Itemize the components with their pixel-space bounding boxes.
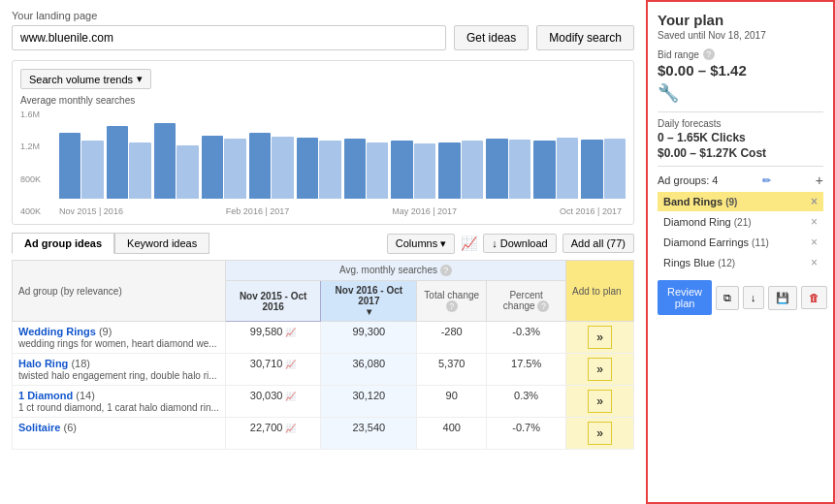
- bar-light: [272, 137, 293, 199]
- remove-ad-group-icon[interactable]: ×: [811, 195, 818, 208]
- cell-add-to-plan[interactable]: »: [565, 322, 633, 354]
- bar-light: [414, 143, 435, 199]
- trend-icon[interactable]: 📈: [285, 360, 296, 369]
- remove-ad-group-icon[interactable]: ×: [811, 215, 818, 229]
- bar-light: [319, 141, 340, 199]
- add-to-plan-arrow[interactable]: »: [588, 358, 612, 381]
- edit-ad-groups-icon[interactable]: ✏: [762, 174, 771, 187]
- avg-help-icon[interactable]: ?: [440, 265, 452, 276]
- bar-light: [462, 141, 483, 199]
- ad-group-name[interactable]: Wedding Rings (9): [18, 326, 112, 337]
- cell-nov2015: 22,700 📈: [225, 418, 321, 450]
- ad-group-desc: twisted halo engagement ring, double hal…: [18, 370, 217, 381]
- trend-icon[interactable]: 📈: [285, 328, 296, 337]
- cell-total: 5,370: [417, 354, 487, 386]
- trend-icon[interactable]: 📈: [285, 392, 296, 401]
- cell-nov2016: 99,300: [321, 322, 417, 354]
- cell-nov2015: 99,580 📈: [225, 322, 321, 354]
- landing-url-input[interactable]: [12, 25, 446, 50]
- ad-group-item-name: Diamond Ring (21): [663, 216, 811, 228]
- col-nov2015: Nov 2015 - Oct 2016: [225, 281, 321, 322]
- bar-group: [533, 138, 578, 199]
- results-table: Ad group (by relevance) Avg. monthly sea…: [12, 260, 634, 450]
- bar-dark: [202, 136, 223, 199]
- ad-group-item[interactable]: Diamond Earrings (11)×: [658, 233, 823, 252]
- ad-group-name[interactable]: Solitaire (6): [18, 422, 77, 433]
- chart-container: Search volume trends ▾ Average monthly s…: [12, 60, 634, 225]
- bar-group: [344, 139, 389, 199]
- add-ad-group-icon[interactable]: +: [816, 173, 823, 188]
- sort-icon[interactable]: ▾: [367, 306, 371, 317]
- tab-ad-group[interactable]: Ad group ideas: [12, 233, 114, 254]
- save-button[interactable]: 💾: [768, 286, 797, 310]
- cell-add-to-plan[interactable]: »: [565, 386, 633, 418]
- cell-total: -280: [417, 322, 487, 354]
- bar-dark: [107, 126, 128, 199]
- col-percent: Percent change ?: [487, 281, 566, 322]
- col-add-to-plan: Add to plan: [565, 261, 633, 322]
- table-row: Solitaire (6)22,700 📈23,540400-0.7%»: [13, 418, 634, 450]
- bid-help-icon[interactable]: ?: [703, 48, 715, 60]
- add-to-plan-arrow[interactable]: »: [588, 390, 612, 413]
- bar-dark: [391, 141, 412, 199]
- bar-group: [391, 141, 435, 199]
- bid-value: $0.00 – $1.42: [658, 62, 823, 79]
- bar-dark: [533, 141, 555, 199]
- ad-group-item[interactable]: Diamond Ring (21)×: [658, 212, 823, 232]
- daily-cost: $0.00 – $1.27K Cost: [658, 146, 823, 160]
- daily-forecast-label: Daily forecasts: [658, 118, 722, 129]
- columns-button[interactable]: Columns ▾: [387, 234, 455, 254]
- col-avg-header: Avg. monthly searches ?: [225, 261, 565, 281]
- bar-group: [59, 133, 104, 199]
- bar-dark: [344, 139, 366, 199]
- remove-ad-group-icon[interactable]: ×: [811, 256, 818, 269]
- bar-group: [249, 133, 294, 199]
- ad-group-name[interactable]: 1 Diamond (14): [18, 390, 95, 401]
- trend-icon[interactable]: 📈: [285, 424, 296, 433]
- cell-nov2016: 36,080: [321, 354, 417, 386]
- chart-title-button[interactable]: Search volume trends ▾: [20, 69, 151, 89]
- bar-group: [202, 136, 246, 199]
- chart-icon[interactable]: 📈: [461, 236, 477, 251]
- table-row: 1 Diamond (14)1 ct round diamond, 1 cara…: [13, 386, 634, 418]
- col-nov2016: Nov 2016 - Oct 2017 ▾: [321, 281, 417, 322]
- cell-add-to-plan[interactable]: »: [565, 418, 633, 450]
- bar-dark: [297, 138, 318, 199]
- ad-group-item-name: Rings Blue (12): [663, 257, 811, 268]
- bar-light: [557, 138, 578, 199]
- bar-group: [107, 126, 151, 199]
- ad-groups-list: Band Rings (9)×Diamond Ring (21)×Diamond…: [658, 192, 823, 272]
- cell-add-to-plan[interactable]: »: [565, 354, 633, 386]
- chart-dropdown-icon: ▾: [137, 73, 143, 85]
- copy-button[interactable]: ⧉: [716, 286, 739, 310]
- table-row: Halo Ring (18)twisted halo engagement ri…: [13, 354, 634, 386]
- total-help-icon[interactable]: ?: [446, 300, 458, 312]
- get-ideas-button[interactable]: Get ideas: [454, 25, 529, 50]
- ad-group-item[interactable]: Band Rings (9)×: [658, 192, 823, 211]
- cell-nov2015: 30,710 📈: [225, 354, 321, 386]
- add-to-plan-arrow[interactable]: »: [588, 326, 612, 349]
- add-to-plan-arrow[interactable]: »: [588, 422, 612, 445]
- delete-button[interactable]: 🗑: [801, 286, 827, 309]
- ad-group-item[interactable]: Rings Blue (12)×: [658, 253, 823, 272]
- add-all-button[interactable]: Add all (77): [562, 234, 634, 253]
- download-button[interactable]: ↓ Download: [483, 234, 556, 253]
- daily-clicks: 0 – 1.65K Clicks: [658, 131, 823, 144]
- ad-group-name[interactable]: Halo Ring (18): [18, 358, 90, 369]
- table-row: Wedding Rings (9)wedding rings for women…: [13, 322, 634, 354]
- bar-group: [486, 139, 530, 199]
- modify-search-button[interactable]: Modify search: [536, 25, 634, 50]
- chart-y-labels: 1.6M 1.2M 800K 400K: [20, 110, 57, 216]
- review-plan-button[interactable]: Review plan: [658, 280, 712, 315]
- bar-group: [154, 123, 199, 199]
- download-plan-button[interactable]: ↓: [743, 286, 764, 309]
- bid-slider-icon: 🔧: [658, 82, 823, 104]
- col-adgroup: Ad group (by relevance): [13, 261, 226, 322]
- plan-title: Your plan: [658, 12, 823, 28]
- bar-light: [177, 145, 198, 199]
- bar-light: [367, 142, 388, 199]
- percent-help-icon[interactable]: ?: [537, 300, 549, 312]
- plan-saved: Saved until Nov 18, 2017: [658, 30, 823, 41]
- tab-keyword[interactable]: Keyword ideas: [114, 233, 209, 254]
- remove-ad-group-icon[interactable]: ×: [811, 236, 818, 249]
